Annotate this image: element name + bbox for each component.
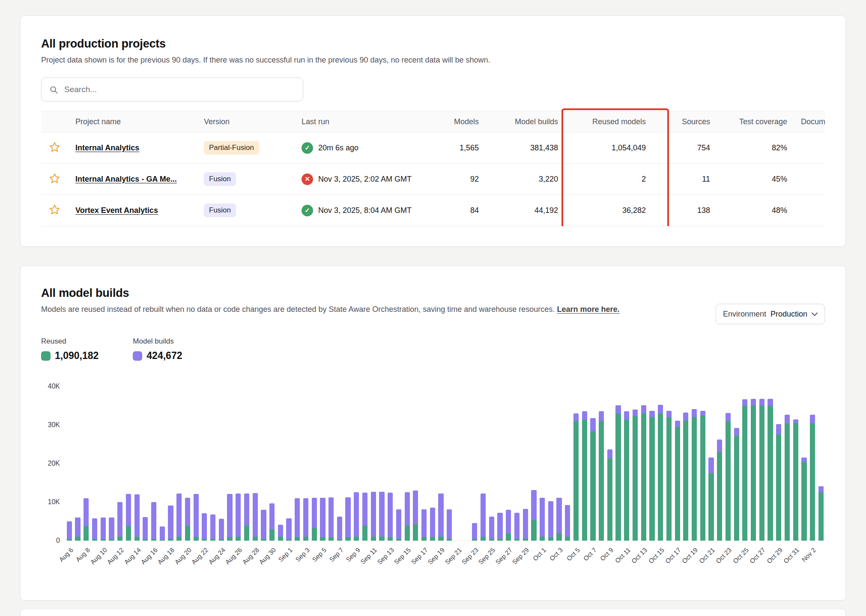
last-run-text: Nov 3, 2025, 2:02 AM GMT: [318, 175, 412, 184]
chart-plot: [65, 386, 825, 541]
builds-title: All model builds: [41, 287, 825, 300]
model-builds-count: 3,220: [486, 164, 565, 195]
documentation-cell: [794, 195, 825, 226]
favorite-star-icon[interactable]: [48, 172, 61, 185]
dashboard-page: All production projects Project data sho…: [0, 0, 866, 616]
col-models: Models: [423, 111, 486, 132]
documentation-cell: [794, 132, 825, 164]
version-badge: Fusion: [204, 172, 236, 186]
learn-more-link[interactable]: Learn more here.: [557, 305, 619, 314]
reused-models-count: 1,054,049: [565, 132, 653, 164]
model-builds-card: All model builds Models are reused inste…: [20, 266, 846, 601]
test-coverage-value: 48%: [717, 195, 794, 226]
sources-count: 11: [653, 164, 717, 195]
last-run-text: Nov 3, 2025, 8:04 AM GMT: [318, 206, 412, 215]
chart-x-axis: Aug 6Aug 8Aug 10Aug 12Aug 14Aug 16Aug 18…: [65, 541, 825, 575]
documentation-cell: [794, 164, 825, 195]
legend-item-model-builds: Model builds 424,672: [133, 337, 182, 362]
col-test-coverage: Test coverage: [717, 111, 794, 132]
run-status-icon: [302, 173, 313, 185]
chevron-down-icon: [812, 312, 818, 316]
col-documentation: Documentation: [794, 111, 825, 132]
sources-count: 138: [653, 195, 717, 226]
run-status-icon: [302, 142, 313, 154]
search-box[interactable]: [41, 78, 303, 102]
chart-legend: Reused 1,090,182 Model builds 424,672: [41, 337, 825, 362]
models-count: 84: [423, 195, 486, 226]
col-last-run: Last run: [295, 111, 423, 132]
projects-subtitle: Project data shown is for the previous 9…: [41, 55, 825, 66]
next-card-partial: [20, 609, 846, 616]
version-badge: Partial-Fusion: [204, 141, 259, 155]
legend-swatch: [133, 351, 142, 361]
test-coverage-value: 82%: [717, 132, 794, 164]
table-row[interactable]: Internal Analytics - GA Me... Fusion Nov…: [41, 164, 825, 195]
favorite-star-icon[interactable]: [48, 141, 61, 153]
environment-dropdown[interactable]: Environment Production: [716, 304, 825, 324]
table-row[interactable]: Vortex Event Analytics Fusion Nov 3, 202…: [41, 195, 825, 226]
favorite-star-icon[interactable]: [48, 203, 61, 216]
project-name-link[interactable]: Vortex Event Analytics: [75, 206, 158, 215]
test-coverage-value: 45%: [717, 164, 794, 195]
legend-label: Model builds: [133, 337, 182, 346]
models-count: 1,565: [423, 132, 486, 164]
col-project-name: Project name: [69, 111, 197, 132]
builds-chart: 010K20K30K40K: [41, 386, 825, 541]
last-run-text: 20m 6s ago: [318, 144, 358, 153]
model-builds-count: 44,192: [486, 195, 565, 226]
models-count: 92: [423, 164, 486, 195]
sources-count: 754: [653, 132, 717, 164]
environment-value: Production: [770, 310, 807, 319]
chart-y-axis: 010K20K30K40K: [41, 386, 65, 541]
model-builds-count: 381,438: [486, 132, 565, 164]
search-icon: [49, 85, 58, 94]
legend-value: 1,090,182: [55, 350, 99, 362]
col-version: Version: [197, 111, 295, 132]
run-status-icon: [302, 205, 313, 216]
version-badge: Fusion: [204, 203, 236, 217]
search-input[interactable]: [63, 84, 295, 95]
legend-item-reused: Reused 1,090,182: [41, 337, 99, 362]
col-sources: Sources: [653, 111, 717, 132]
projects-table: Project name Version Last run Models Mod…: [41, 111, 825, 226]
reused-models-count: 2: [565, 164, 653, 195]
builds-subtitle-text: Models are reused instead of rebuilt whe…: [41, 305, 555, 314]
col-star: [41, 111, 69, 132]
table-row[interactable]: Internal Analytics Partial-Fusion 20m 6s…: [41, 132, 825, 164]
environment-label: Environment: [723, 310, 766, 319]
projects-table-wrap: Project name Version Last run Models Mod…: [41, 108, 825, 226]
legend-swatch: [41, 351, 51, 361]
project-name-link[interactable]: Internal Analytics: [75, 144, 139, 152]
builds-subtitle: Models are reused instead of rebuilt whe…: [41, 304, 825, 315]
table-header-row: Project name Version Last run Models Mod…: [41, 111, 825, 132]
reused-models-count: 36,282: [565, 195, 653, 226]
projects-title: All production projects: [41, 37, 825, 51]
production-projects-card: All production projects Project data sho…: [20, 15, 846, 247]
legend-label: Reused: [41, 337, 99, 346]
col-reused-models: Reused models: [565, 111, 653, 132]
legend-value: 424,672: [146, 350, 182, 362]
col-model-builds: Model builds: [486, 111, 565, 132]
project-name-link[interactable]: Internal Analytics - GA Me...: [75, 175, 177, 183]
